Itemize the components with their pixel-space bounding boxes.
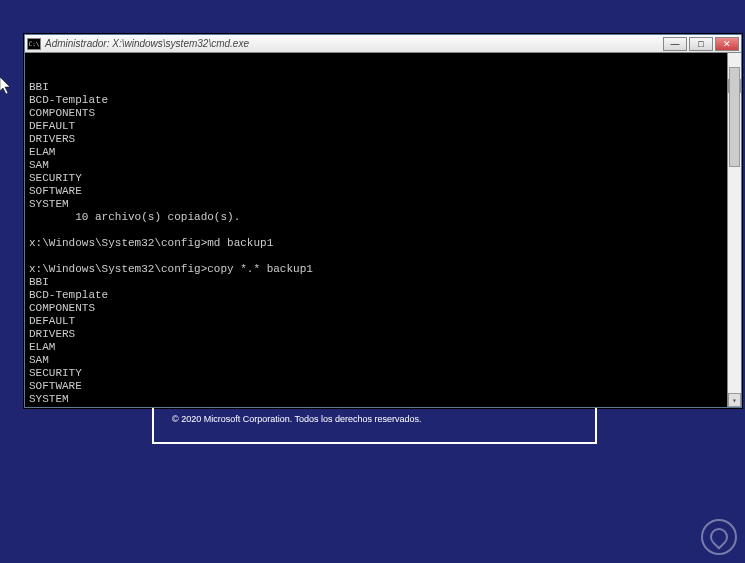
maximize-button[interactable]: □ xyxy=(689,37,713,51)
terminal-output: BBI BCD-Template COMPONENTS DEFAULT DRIV… xyxy=(29,81,723,407)
watermark-icon xyxy=(701,519,737,555)
copyright-text: © 2020 Microsoft Corporation. Todos los … xyxy=(172,414,577,424)
scrollbar[interactable]: ▴ ▾ xyxy=(727,53,741,407)
cmd-window: C:\ Administrador: X:\windows\system32\c… xyxy=(24,34,742,408)
window-title: Administrador: X:\windows\system32\cmd.e… xyxy=(45,38,663,49)
scroll-thumb[interactable] xyxy=(729,67,740,167)
close-button[interactable]: ✕ xyxy=(715,37,739,51)
mouse-cursor-icon xyxy=(0,77,14,97)
titlebar[interactable]: C:\ Administrador: X:\windows\system32\c… xyxy=(25,35,741,53)
scroll-down-button[interactable]: ▾ xyxy=(728,393,741,407)
installer-footer: © 2020 Microsoft Corporation. Todos los … xyxy=(152,408,597,444)
terminal[interactable]: BBI BCD-Template COMPONENTS DEFAULT DRIV… xyxy=(25,53,741,407)
minimize-button[interactable]: — xyxy=(663,37,687,51)
window-controls: — □ ✕ xyxy=(663,37,739,51)
cmd-icon: C:\ xyxy=(27,38,41,50)
